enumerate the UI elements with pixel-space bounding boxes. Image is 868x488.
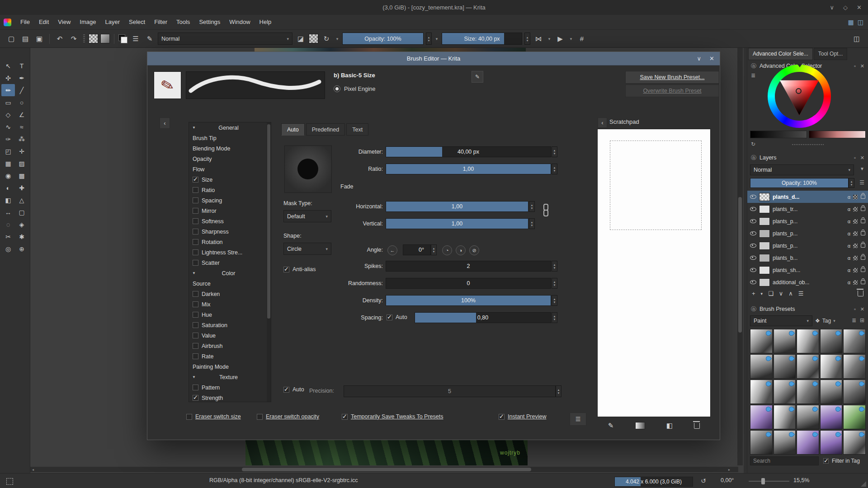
brush-preset[interactable] xyxy=(843,430,866,455)
alpha-channel-icon[interactable]: α xyxy=(848,267,850,273)
option-checkbox[interactable] xyxy=(193,249,198,255)
brush-tip-tab[interactable]: Text xyxy=(346,123,368,136)
spikes-slider[interactable]: 2 xyxy=(386,261,551,272)
option-checkbox[interactable] xyxy=(193,260,198,266)
brush-option-row[interactable]: Hue xyxy=(189,310,271,320)
brush-tip-tab[interactable]: Predefined xyxy=(306,123,345,136)
brush-option-row[interactable]: Spacing xyxy=(189,195,271,206)
tool-polygon-select[interactable]: ◈ xyxy=(15,218,28,230)
tool-ellipse-select[interactable]: ◌ xyxy=(1,218,15,230)
options-scrollbar[interactable] xyxy=(267,122,271,402)
option-checkbox[interactable] xyxy=(193,322,198,328)
mirror-horizontal-dropdown-icon[interactable]: ▾ xyxy=(547,37,552,41)
layer-row[interactable]: plants_p... α xyxy=(747,227,868,239)
inherit-alpha-icon[interactable] xyxy=(853,231,858,236)
menu-item[interactable]: Filter xyxy=(150,15,172,29)
redo-icon[interactable]: ↷ xyxy=(68,33,80,45)
tool-freehand-brush[interactable]: ✏ xyxy=(1,84,15,96)
precision-auto-row[interactable]: Auto xyxy=(283,386,304,393)
alpha-channel-icon[interactable]: α xyxy=(848,219,850,224)
vertical-scrollbar-thumb[interactable] xyxy=(738,197,742,333)
inherit-alpha-icon[interactable] xyxy=(853,280,858,285)
brush-option-row[interactable]: Sharpness xyxy=(189,226,271,237)
spikes-spinner[interactable] xyxy=(552,261,557,272)
brush-preset[interactable] xyxy=(820,430,843,455)
option-checkbox[interactable] xyxy=(193,353,198,359)
close-docker-icon[interactable]: ✕ xyxy=(860,155,864,161)
layer-opacity-spinner[interactable] xyxy=(849,178,854,188)
scroll-right-icon[interactable]: ▸ xyxy=(726,468,732,472)
brush-preset[interactable] xyxy=(820,354,843,379)
tool-gradient[interactable]: ▨ xyxy=(15,157,28,169)
scroll-left-icon[interactable]: ◂ xyxy=(30,468,36,472)
size-spinner[interactable] xyxy=(524,33,530,45)
opacity-slider[interactable]: Opacity: 100% xyxy=(342,33,424,45)
vertical-fade-slider[interactable]: 1,00 xyxy=(386,218,528,229)
menu-item[interactable]: Help xyxy=(255,15,276,29)
layer-opacity-slider[interactable]: Opacity: 100% xyxy=(750,178,849,188)
brush-preset[interactable] xyxy=(820,405,843,429)
footer-checkbox[interactable] xyxy=(499,414,505,420)
layer-lock-icon[interactable] xyxy=(861,207,865,211)
window-close-icon[interactable]: ✕ xyxy=(857,4,862,11)
tool-edit-shapes[interactable]: ✣ xyxy=(1,72,15,84)
scratchpad-canvas[interactable] xyxy=(597,129,711,417)
brush-preset[interactable] xyxy=(774,354,796,379)
scratchpad-clear-icon[interactable] xyxy=(694,423,700,429)
spacing-auto-row[interactable]: Auto xyxy=(387,314,407,320)
float-docker-icon[interactable]: ▫ xyxy=(854,63,856,69)
option-checkbox[interactable] xyxy=(193,312,198,318)
choose-workspace-icon[interactable]: ◫ xyxy=(851,33,863,45)
zoom-slider-handle[interactable] xyxy=(761,478,765,484)
menu-item[interactable]: Tools xyxy=(172,15,194,29)
tool-pattern[interactable]: ▩ xyxy=(15,169,28,182)
menu-item[interactable]: Window xyxy=(225,15,255,29)
selection-mode-icon[interactable] xyxy=(6,478,13,485)
brush-option-row[interactable]: Softness xyxy=(189,216,271,226)
brush-preset[interactable] xyxy=(843,329,866,353)
option-checkbox[interactable] xyxy=(193,333,198,338)
reload-preset-icon[interactable]: ↻ xyxy=(321,33,332,45)
opacity-spinner[interactable] xyxy=(426,33,432,45)
density-spinner[interactable] xyxy=(552,295,557,306)
scratchpad-fill-icon[interactable]: ◧ xyxy=(666,422,673,430)
visibility-eye-icon[interactable] xyxy=(750,280,756,284)
open-document-icon[interactable]: ▤ xyxy=(19,33,31,45)
layer-lock-icon[interactable] xyxy=(861,244,865,248)
brush-option-row[interactable]: Blending Mode xyxy=(189,143,271,154)
inherit-alpha-icon[interactable] xyxy=(853,256,858,260)
brush-preset[interactable] xyxy=(774,329,796,353)
menu-item[interactable]: Image xyxy=(75,15,100,29)
option-checkbox[interactable] xyxy=(193,218,198,224)
tool-contiguous-select[interactable]: ✱ xyxy=(15,230,28,243)
brush-preset[interactable] xyxy=(750,430,773,455)
tool-pan[interactable]: ⊕ xyxy=(15,243,28,255)
brush-option-row[interactable]: Lightness Stre... xyxy=(189,247,271,258)
brush-option-row[interactable]: Rate xyxy=(189,351,271,361)
brush-option-row[interactable]: Scatter xyxy=(189,258,271,268)
tool-move[interactable]: ✛ xyxy=(15,145,28,157)
layer-lock-icon[interactable] xyxy=(861,231,865,235)
layer-row[interactable]: plants_p... α xyxy=(747,239,868,252)
opacity-dropdown-icon[interactable]: ▾ xyxy=(434,37,439,41)
window-minimize-icon[interactable]: ∨ xyxy=(830,4,835,11)
tool-freehand-select[interactable]: ✂ xyxy=(1,230,15,243)
dialog-shade-icon[interactable]: ∨ xyxy=(697,55,702,62)
brush-option-row[interactable]: Strength xyxy=(189,393,271,402)
menu-item[interactable]: Settings xyxy=(194,15,225,29)
move-layer-up-icon[interactable]: ∧ xyxy=(788,290,793,297)
footer-checkbox[interactable] xyxy=(257,414,263,420)
engine-radio[interactable] xyxy=(334,85,340,92)
angle-flip-v-icon[interactable]: ◑ xyxy=(456,245,466,255)
brush-preset[interactable] xyxy=(750,354,773,379)
brush-preset[interactable] xyxy=(843,405,866,429)
brush-preset[interactable] xyxy=(774,405,796,429)
alpha-channel-icon[interactable]: α xyxy=(848,280,850,285)
rename-preset-button[interactable]: ✎ xyxy=(472,71,483,83)
brush-preset[interactable] xyxy=(797,354,819,379)
add-layer-dropdown-icon[interactable]: ▾ xyxy=(761,291,763,296)
inherit-alpha-icon[interactable] xyxy=(853,207,858,211)
tool-dynamic-brush[interactable]: ✑ xyxy=(1,133,15,145)
menu-item[interactable]: Edit xyxy=(34,15,53,29)
layer-row[interactable]: additional_ob... α xyxy=(747,276,868,288)
